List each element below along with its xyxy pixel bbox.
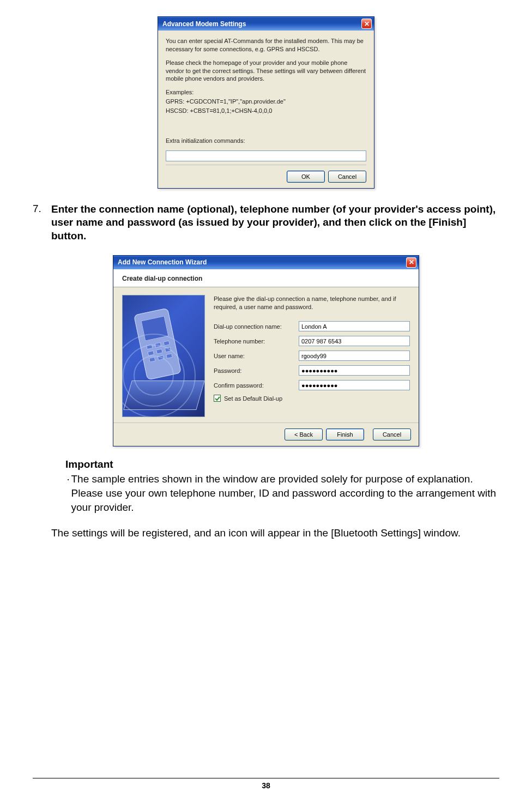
user-name-input[interactable]: [299, 351, 410, 361]
user-name-label: User name:: [214, 353, 299, 359]
dialog1-para1: You can enter special AT-Commands for th…: [166, 37, 366, 53]
telephone-number-label: Telephone number:: [214, 338, 299, 345]
dialog-title: Add New Connection Wizard: [118, 258, 207, 266]
checkmark-icon: [215, 396, 220, 401]
close-icon: ✕: [364, 21, 370, 27]
step-7: 7. Enter the connection name (optional),…: [33, 203, 499, 243]
confirm-password-label: Confirm password:: [214, 382, 299, 389]
ok-button[interactable]: OK: [287, 171, 325, 183]
example-hscsd: HSCSD: +CBST=81,0,1;+CHSN-4,0,0,0: [166, 107, 366, 115]
set-default-dialup-label: Set as Default Dial-up: [224, 395, 282, 402]
step-text: Enter the connection name (optional), te…: [51, 203, 499, 243]
extra-commands-label: Extra initialization commands:: [166, 137, 366, 145]
close-icon: ✕: [409, 259, 414, 265]
telephone-number-input[interactable]: [299, 336, 410, 346]
page-number: 38: [262, 781, 270, 790]
add-new-connection-wizard-dialog: Add New Connection Wizard ✕ Create dial-…: [113, 255, 419, 446]
closing-paragraph: The settings will be registered, and an …: [51, 526, 499, 540]
important-block: Important · The sample entries shown in …: [65, 457, 499, 515]
dialog-title: Advanced Modem Settings: [162, 20, 246, 28]
dialog1-para2: Please check the homepage of your provid…: [166, 59, 366, 83]
examples-label: Examples:: [166, 88, 366, 96]
connection-name-label: Dial-up connection name:: [214, 323, 299, 330]
bullet-dot-icon: ·: [65, 472, 71, 514]
wizard-subtitle: Create dial-up connection: [122, 275, 202, 282]
dialog-titlebar: Advanced Modem Settings ✕: [158, 17, 374, 31]
cancel-button[interactable]: Cancel: [373, 428, 411, 440]
page-footer: 38: [0, 778, 532, 790]
close-button[interactable]: ✕: [361, 19, 372, 29]
confirm-password-input[interactable]: [299, 380, 410, 390]
set-default-dialup-checkbox[interactable]: [214, 395, 221, 402]
wizard-intro-text: Please give the dial-up connection a nam…: [214, 295, 410, 312]
extra-commands-input[interactable]: [166, 150, 366, 161]
cancel-button[interactable]: Cancel: [328, 171, 366, 183]
step-number: 7.: [33, 203, 51, 243]
back-button[interactable]: < Back: [285, 428, 323, 440]
important-text: The sample entries shown in the window a…: [71, 472, 499, 514]
password-label: Password:: [214, 367, 299, 374]
password-input[interactable]: [299, 365, 410, 376]
advanced-modem-settings-dialog: Advanced Modem Settings ✕ You can enter …: [158, 16, 374, 189]
wizard-illustration: [122, 295, 205, 417]
finish-button[interactable]: Finish: [326, 428, 364, 440]
important-heading: Important: [65, 457, 499, 472]
example-gprs: GPRS: +CGDCONT=1,"IP","apn.provider.de": [166, 98, 366, 106]
close-button[interactable]: ✕: [406, 257, 416, 268]
connection-name-input[interactable]: [299, 321, 410, 331]
wizard-header: Create dial-up connection: [113, 269, 419, 287]
dialog-titlebar: Add New Connection Wizard ✕: [113, 256, 419, 269]
